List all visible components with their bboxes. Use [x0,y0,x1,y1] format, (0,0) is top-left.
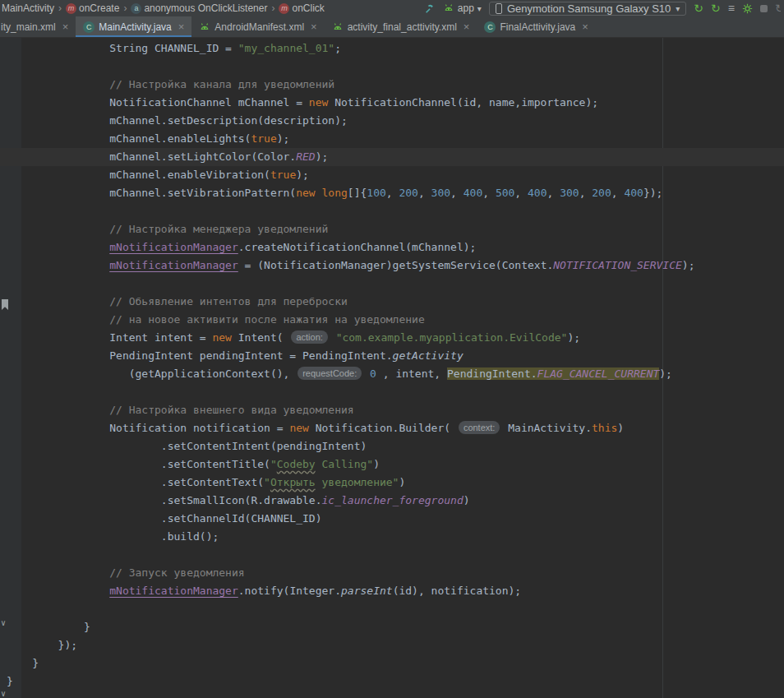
tab-label: AndroidManifest.xml [214,21,304,33]
ide-window: MainActivity › m onCreate › a anonymous … [0,0,784,698]
code-line: Notification notification = new Notifica… [0,419,784,437]
tab-activity-main-xml[interactable]: ity_main.xml × [0,16,76,37]
anonymous-class-icon: a [131,3,141,14]
chevron-down-icon: ▾ [676,4,680,13]
tab-label: ity_main.xml [1,21,56,33]
run-toolbar: app ▾ Genymotion Samsung Galaxy S10 ▾ ↻ … [424,2,781,16]
java-class-icon: C [83,21,95,33]
device-select[interactable]: Genymotion Samsung Galaxy S10 ▾ [489,2,686,16]
apply-changes-icon[interactable]: ↻ [694,2,703,14]
chevron-right-icon: › [123,2,127,14]
code-line: NotificationChannel mChannel = new Notif… [0,94,784,112]
close-icon[interactable]: × [463,21,470,32]
code-line: mNotificationManager = (NotificationMana… [0,257,784,275]
code-area: String CHANNEL_ID = "my_channel_01"; // … [0,38,784,691]
tab-label: activity_final_acttivity.xml [348,21,457,33]
code-line: } [0,618,784,636]
build-hammer-icon[interactable] [424,2,436,14]
close-icon[interactable]: × [178,21,185,32]
code-line: .setContentTitle("Codeby Calling") [0,455,784,474]
code-line: (getApplicationContext(), requestCode: 0… [0,365,784,383]
close-icon[interactable]: × [582,21,588,32]
code-line: mChannel.enableLights(true); [0,130,784,148]
code-line [0,600,784,618]
code-line: } [0,673,784,691]
editor[interactable]: ∨ ∨ String CHANNEL_ID = "my_channel_01";… [0,38,784,698]
tab-label: MainActivity.java [99,21,171,33]
device-label: Genymotion Samsung Galaxy S10 [507,2,671,15]
android-icon [443,2,454,14]
code-line: .setContentText("Открыть уведомление") [0,474,784,492]
code-line: .setChannelId(CHANNEL_ID) [0,510,784,528]
breadcrumb-item-class[interactable]: MainActivity [2,2,54,14]
phone-icon [496,3,502,14]
editor-tab-bar: ity_main.xml × C MainActivity.java × And… [0,16,784,38]
run-configuration-select[interactable]: app ▾ [443,2,482,14]
chevron-down-icon: ▾ [477,4,482,13]
navigation-bar: MainActivity › m onCreate › a anonymous … [0,0,784,16]
run-configuration-label: app [458,2,474,14]
breadcrumb: MainActivity › m onCreate › a anonymous … [2,2,325,14]
code-line: mNotificationManager.notify(Integer.pars… [0,582,784,600]
apply-code-changes-icon[interactable]: ↻ [711,2,721,14]
code-line: // на новое активити после нажатия на ув… [0,311,784,329]
tab-androidmanifest-xml[interactable]: AndroidManifest.xml × [191,16,324,37]
method-icon: m [66,3,76,14]
code-line: // Настройка менеджера уведомлений [0,220,784,238]
code-line: mNotificationManager.createNotificationC… [0,238,784,257]
code-line: // Обьявление интентов для переброски [0,293,784,311]
tab-mainactivity-java[interactable]: C MainActivity.java × [76,16,191,37]
android-icon [332,21,344,33]
code-line: PendingIntent pendingIntent = PendingInt… [0,347,784,365]
code-line [0,383,784,401]
close-icon[interactable]: × [311,21,317,32]
java-class-icon: C [484,21,496,33]
method-icon: m [279,3,289,14]
code-line: mChannel.setVibrationPattern(new long[]{… [0,184,784,202]
code-line: } [0,654,784,673]
code-line: mChannel.setDescription(description); [0,112,784,130]
fold-marker-icon[interactable]: ∨ [1,689,6,698]
code-line: // Настройка внешнего вида уведомления [0,401,784,419]
android-icon [199,21,210,33]
code-line: .build(); [0,528,784,546]
toolbar-clipped-icon[interactable]: ↻ [775,2,781,14]
chevron-right-icon: › [58,2,62,14]
stop-icon[interactable] [760,5,768,12]
fold-marker-icon[interactable]: ∨ [1,618,6,627]
code-line: // Запуск уведомления [0,564,784,582]
code-line: // Настройка канала для уведомлений [0,76,784,94]
code-line: .setSmallIcon(R.drawable.ic_launcher_for… [0,492,784,510]
hamburger-menu-icon[interactable]: ≡ [728,2,735,14]
code-line [0,58,784,76]
code-line [0,202,784,220]
code-line: }); [0,636,784,654]
breadcrumb-item-oncreate[interactable]: onCreate [79,2,119,14]
tab-activity-final-acttivity-xml[interactable]: activity_final_acttivity.xml × [325,16,477,37]
close-icon[interactable]: × [62,21,69,32]
code-line [0,275,784,293]
tab-label: FinalActtivity.java [500,21,575,33]
breadcrumb-item-onclick[interactable]: onClick [292,2,324,14]
code-line: Intent intent = new Intent( action: "com… [0,329,784,347]
tab-finalacttivity-java[interactable]: C FinalActtivity.java × [477,16,595,37]
code-line: .setContentIntent(pendingIntent) [0,437,784,455]
code-line: String CHANNEL_ID = "my_channel_01"; [0,39,784,58]
code-line: mChannel.enableVibration(true); [0,166,784,184]
breadcrumb-item-anonymous-listener[interactable]: anonymous OnClickListener [144,2,267,14]
chevron-right-icon: › [271,2,274,14]
code-line [0,546,784,564]
gear-icon[interactable] [742,3,753,14]
code-line: mChannel.setLightColor(Color.RED); [0,148,784,166]
